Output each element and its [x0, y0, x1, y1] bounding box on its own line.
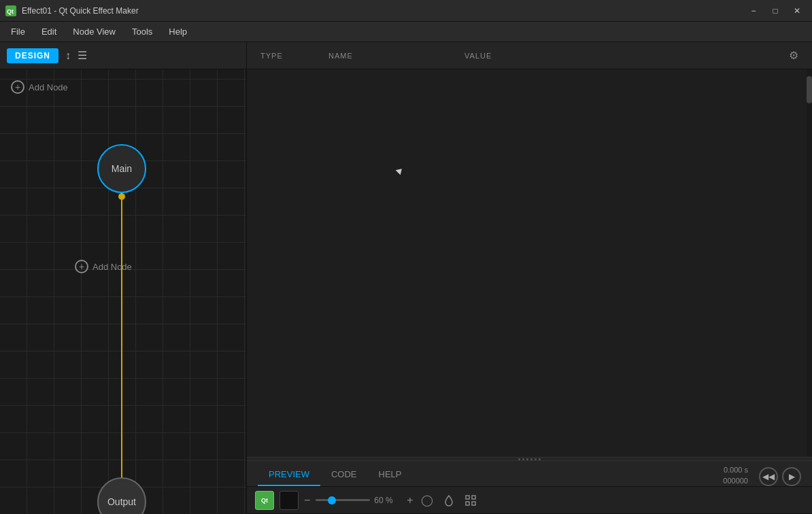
expand-icon[interactable]: ↕ — [65, 50, 71, 62]
col-name-header: NAME — [328, 52, 464, 60]
properties-content — [247, 69, 812, 457]
maximize-button[interactable]: □ — [766, 4, 785, 18]
main-layout: DESIGN ↕ ☰ + Add Node Main + Add — [0, 42, 812, 514]
titlebar-controls: − □ ✕ — [744, 4, 807, 18]
tab-preview[interactable]: PREVIEW — [258, 464, 320, 486]
connector-dot-top — [118, 193, 125, 200]
resize-dot-3 — [526, 458, 528, 460]
resize-dots — [518, 458, 541, 460]
connector-line — [121, 193, 122, 485]
col-type-header: TYPE — [260, 52, 328, 60]
scrollbar-thumb[interactable] — [807, 76, 812, 103]
color-icon[interactable] — [441, 492, 457, 509]
svg-rect-2 — [466, 496, 469, 499]
app-icon: Qt — [5, 5, 16, 16]
menubar: File Edit Node View Tools Help — [0, 22, 812, 42]
add-node-top-button[interactable]: + Add Node — [11, 80, 68, 94]
rewind-button[interactable]: ◀◀ — [759, 467, 778, 486]
frame-value: 000000 — [723, 476, 748, 486]
resize-dot-4 — [530, 458, 532, 460]
zoom-in-icon[interactable]: + — [407, 494, 413, 507]
main-node-label: Main — [112, 163, 132, 174]
zoom-out-icon[interactable]: − — [304, 494, 310, 507]
preview-toolbar: Qt − 60 % + ◯ — [247, 487, 812, 514]
tabs-row: PREVIEW CODE HELP 0.000 s 000000 ◀◀ ▶ — [247, 461, 812, 487]
bottom-section: PREVIEW CODE HELP 0.000 s 000000 ◀◀ ▶ Qt… — [247, 461, 812, 514]
main-node[interactable]: Main — [97, 144, 146, 193]
menu-file[interactable]: File — [3, 24, 33, 39]
left-panel: DESIGN ↕ ☰ + Add Node Main + Add — [0, 42, 247, 514]
menu-node-view[interactable]: Node View — [65, 24, 124, 39]
menu-edit[interactable]: Edit — [33, 24, 65, 39]
minimize-button[interactable]: − — [744, 4, 763, 18]
time-display: 0.000 s 000000 — [723, 465, 748, 486]
add-node-plus-icon: + — [11, 80, 24, 94]
properties-header: TYPE NAME VALUE ⚙ — [247, 42, 812, 69]
tab-help[interactable]: HELP — [368, 464, 413, 486]
scrollbar[interactable] — [807, 69, 812, 457]
col-value-header: VALUE — [464, 52, 789, 60]
resize-dot-5 — [535, 458, 537, 460]
add-node-top-label: Add Node — [29, 82, 68, 92]
svg-text:Qt: Qt — [7, 8, 14, 15]
titlebar-title: Effect01 - Qt Quick Effect Maker — [22, 6, 739, 16]
play-button[interactable]: ▶ — [782, 467, 801, 486]
add-node-mid-label: Add Node — [92, 262, 132, 272]
resize-dot-6 — [539, 458, 541, 460]
node-canvas: + Add Node Main + Add Node Output — [0, 69, 246, 514]
menu-tools[interactable]: Tools — [124, 24, 160, 39]
settings-icon[interactable]: ⚙ — [789, 49, 798, 62]
black-bg-button[interactable] — [280, 491, 299, 510]
grid-icon[interactable] — [462, 492, 479, 509]
output-node-label: Output — [107, 496, 136, 507]
add-node-mid-button[interactable]: + Add Node — [75, 260, 132, 273]
menu-icon[interactable]: ☰ — [78, 49, 87, 62]
playback-controls: ◀◀ ▶ — [759, 467, 801, 486]
qt-icon-button[interactable]: Qt — [255, 491, 274, 510]
add-node-mid-plus-icon: + — [75, 260, 88, 273]
zoom-slider-container: 60 % — [316, 496, 401, 505]
right-panel: TYPE NAME VALUE ⚙ — [247, 42, 812, 514]
zoom-slider[interactable] — [316, 499, 370, 501]
time-value: 0.000 s — [723, 465, 748, 475]
zoom-label: 60 % — [374, 496, 401, 505]
auto-fit-icon[interactable]: ◯ — [419, 492, 435, 509]
svg-rect-3 — [472, 496, 475, 499]
resize-dot-2 — [522, 458, 524, 460]
menu-help[interactable]: Help — [160, 24, 195, 39]
titlebar: Qt Effect01 - Qt Quick Effect Maker − □ … — [0, 0, 812, 22]
design-button[interactable]: DESIGN — [7, 48, 58, 63]
tab-code[interactable]: CODE — [320, 464, 368, 486]
output-node[interactable]: Output — [97, 477, 146, 514]
resize-dot-1 — [518, 458, 520, 460]
toolbar-row: DESIGN ↕ ☰ — [0, 42, 246, 69]
svg-rect-4 — [466, 502, 469, 505]
svg-rect-5 — [472, 502, 475, 505]
close-button[interactable]: ✕ — [788, 4, 807, 18]
mouse-cursor — [396, 167, 405, 175]
